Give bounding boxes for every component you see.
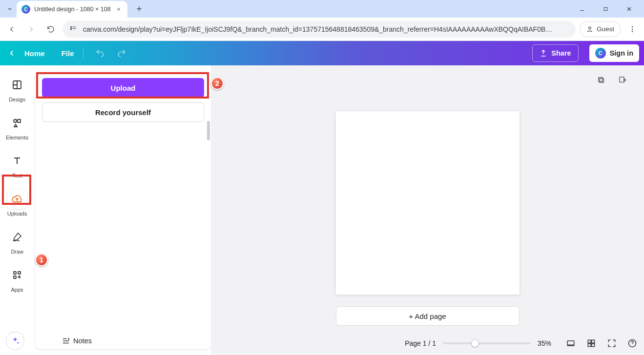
signin-label: Sign in [610, 49, 633, 57]
window-controls [574, 2, 641, 16]
svg-rect-15 [588, 340, 591, 343]
rail-label: Elements [6, 135, 28, 140]
main-area: Design Elements Text Uploads Draw Apps 1… [0, 65, 644, 355]
rail-uploads[interactable]: Uploads [2, 186, 32, 219]
divider [83, 48, 83, 59]
canva-logo-icon: C [595, 48, 606, 59]
minimize-button[interactable] [574, 2, 590, 16]
svg-rect-8 [14, 272, 16, 274]
duplicate-page-button[interactable] [594, 73, 608, 87]
close-window-button[interactable] [621, 2, 637, 16]
back-button[interactable] [4, 21, 20, 37]
notes-label: Notes [73, 337, 92, 345]
canva-favicon: C [21, 5, 30, 14]
svg-rect-9 [18, 272, 21, 274]
svg-rect-18 [592, 344, 595, 347]
help-button[interactable] [625, 336, 639, 350]
footer-left: Notes [6, 332, 92, 350]
rail-design[interactable]: Design [2, 72, 32, 105]
rail-apps[interactable]: Apps [2, 262, 32, 296]
share-label: Share [551, 49, 571, 57]
design-page[interactable] [336, 111, 519, 295]
browser-menu-button[interactable] [624, 21, 640, 37]
rail-label: Design [9, 97, 25, 102]
zoom-thumb[interactable] [471, 339, 479, 347]
draw-icon [11, 231, 23, 243]
maximize-button[interactable] [597, 2, 614, 16]
fullscreen-button[interactable] [605, 336, 619, 350]
share-button[interactable]: Share [532, 44, 578, 62]
tabs-dropdown[interactable] [3, 2, 17, 16]
upload-icon [540, 49, 547, 57]
svg-rect-10 [14, 276, 16, 278]
browser-toolbar: canva.com/design/play?ui=eyJFljp7IkE_Ijo… [0, 18, 644, 41]
svg-rect-7 [18, 119, 21, 122]
grid-view-button[interactable] [584, 336, 598, 350]
cloud-up-icon [11, 193, 23, 205]
close-tab-icon[interactable] [115, 5, 123, 13]
signin-button[interactable]: C Sign in [589, 44, 639, 62]
svg-point-2 [632, 26, 633, 27]
svg-point-4 [632, 31, 633, 32]
notes-icon [62, 336, 70, 345]
forward-button[interactable] [23, 21, 39, 37]
uploads-panel: Upload Record yourself [35, 71, 211, 349]
page-counter: Page 1 / 1 [405, 339, 436, 347]
layout-icon [11, 79, 23, 91]
person-icon [586, 25, 594, 33]
text-icon [11, 155, 23, 167]
rail-label: Draw [11, 249, 23, 255]
add-page-icon-button[interactable] [616, 73, 629, 87]
home-link[interactable]: Home [24, 49, 45, 58]
svg-rect-0 [604, 7, 607, 10]
reload-button[interactable] [43, 21, 59, 37]
rail-text[interactable]: Text [2, 148, 32, 181]
zoom-slider[interactable] [443, 342, 531, 344]
upload-button[interactable]: Upload [42, 78, 204, 98]
rail-label: Apps [11, 287, 23, 293]
sparkle-icon [10, 336, 20, 346]
new-tab-button[interactable] [132, 2, 146, 16]
side-rail: Design Elements Text Uploads Draw Apps [0, 65, 34, 355]
file-menu[interactable]: File [62, 49, 74, 58]
shapes-icon [11, 117, 23, 129]
rail-label: Text [12, 173, 22, 178]
svg-rect-13 [620, 77, 624, 82]
redo-button[interactable] [114, 45, 129, 61]
canvas-float-toolbar [594, 73, 629, 87]
browser-tab[interactable]: C Untitled design - 1080 × 108 [17, 1, 127, 18]
page-view-button[interactable] [564, 336, 578, 350]
address-bar[interactable]: canva.com/design/play?ui=eyJFljp7IkE_Ijo… [62, 21, 576, 38]
url-text: canva.com/design/play?ui=eyJFljp7IkE_Ijo… [83, 25, 570, 33]
record-yourself-button[interactable]: Record yourself [42, 102, 204, 122]
tab-title: Untitled design - 1080 × 108 [34, 6, 111, 13]
svg-point-3 [632, 28, 633, 29]
add-page-button[interactable]: + Add page [336, 306, 519, 326]
rail-label: Uploads [7, 211, 27, 217]
svg-rect-17 [588, 344, 591, 347]
guest-label: Guest [597, 25, 614, 33]
undo-button[interactable] [92, 45, 108, 61]
profile-chip[interactable]: Guest [580, 21, 621, 37]
zoom-percent: 35% [538, 339, 557, 347]
footer-right: Page 1 / 1 35% [405, 336, 639, 350]
svg-rect-16 [592, 340, 595, 343]
svg-point-6 [14, 119, 17, 122]
notes-button[interactable]: Notes [31, 336, 92, 345]
site-info-icon[interactable] [68, 24, 78, 34]
panel-scrollbar[interactable] [205, 121, 210, 345]
canva-top-bar: Home File Share C Sign in [0, 41, 644, 65]
app-back-button[interactable] [5, 46, 19, 60]
canvas-area: + Add page [211, 65, 644, 355]
svg-rect-12 [599, 78, 602, 81]
browser-tab-strip: C Untitled design - 1080 × 108 [0, 0, 644, 18]
rail-draw[interactable]: Draw [2, 224, 32, 257]
svg-rect-11 [600, 79, 603, 82]
add-page-label: + Add page [409, 312, 446, 320]
rail-elements[interactable]: Elements [2, 110, 32, 143]
svg-point-1 [589, 27, 591, 29]
apps-icon [11, 269, 23, 281]
magic-button[interactable] [6, 332, 24, 350]
